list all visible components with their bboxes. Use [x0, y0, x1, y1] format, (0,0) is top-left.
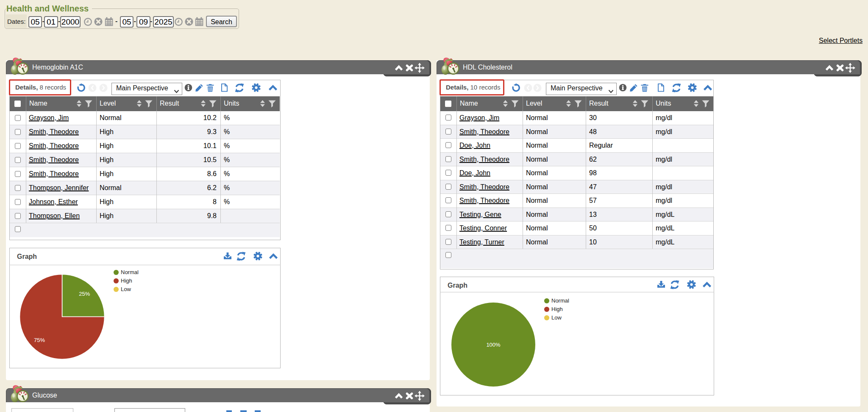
- svg-text:25%: 25%: [79, 291, 90, 297]
- svg-text:75%: 75%: [34, 337, 45, 343]
- svg-text:100%: 100%: [486, 342, 501, 348]
